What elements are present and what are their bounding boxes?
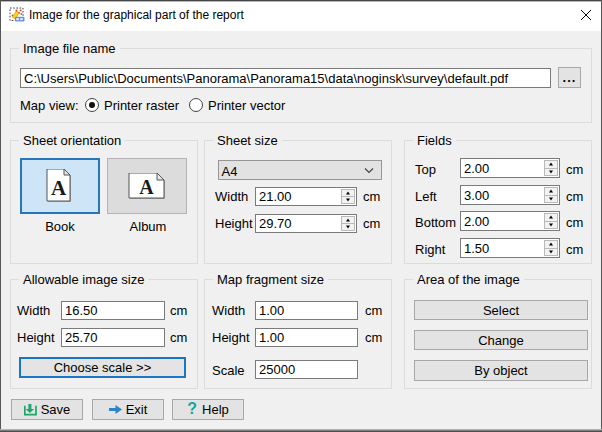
svg-text:A: A — [51, 176, 67, 200]
svg-text:A: A — [139, 176, 154, 198]
